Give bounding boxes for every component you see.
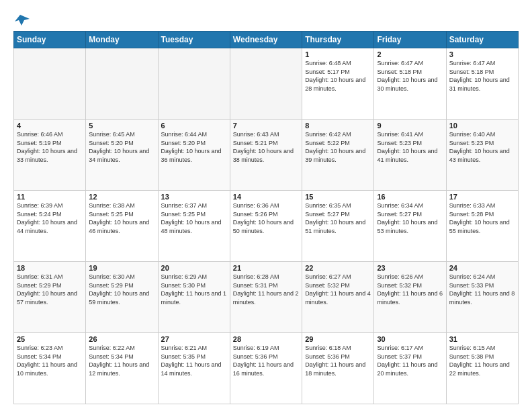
- day-number: 1: [305, 50, 371, 58]
- day-info: Sunrise: 6:30 AM Sunset: 5:29 PM Dayligh…: [89, 273, 154, 306]
- calendar-day-cell: 16Sunrise: 6:34 AM Sunset: 5:27 PM Dayli…: [374, 191, 446, 262]
- day-info: Sunrise: 6:40 AM Sunset: 5:23 PM Dayligh…: [449, 130, 515, 164]
- day-info: Sunrise: 6:22 AM Sunset: 5:34 PM Dayligh…: [89, 344, 154, 377]
- day-info: Sunrise: 6:47 AM Sunset: 5:18 PM Dayligh…: [377, 59, 443, 93]
- day-number: 19: [89, 264, 154, 272]
- calendar-day-cell: 28Sunrise: 6:19 AM Sunset: 5:36 PM Dayli…: [230, 333, 302, 404]
- calendar-day-cell: [86, 48, 158, 120]
- calendar-day-cell: 4Sunrise: 6:46 AM Sunset: 5:19 PM Daylig…: [14, 120, 86, 191]
- day-info: Sunrise: 6:34 AM Sunset: 5:27 PM Dayligh…: [377, 201, 443, 235]
- calendar-header-row: SundayMondayTuesdayWednesdayThursdayFrid…: [14, 32, 519, 48]
- day-number: 22: [305, 264, 371, 272]
- calendar-day-cell: 15Sunrise: 6:35 AM Sunset: 5:27 PM Dayli…: [302, 191, 374, 262]
- day-info: Sunrise: 6:19 AM Sunset: 5:36 PM Dayligh…: [233, 344, 299, 377]
- day-info: Sunrise: 6:33 AM Sunset: 5:28 PM Dayligh…: [449, 201, 515, 235]
- calendar-table: SundayMondayTuesdayWednesdayThursdayFrid…: [13, 31, 519, 404]
- day-number: 24: [449, 264, 515, 272]
- day-info: Sunrise: 6:28 AM Sunset: 5:31 PM Dayligh…: [233, 273, 299, 306]
- calendar-day-cell: 5Sunrise: 6:45 AM Sunset: 5:20 PM Daylig…: [86, 120, 158, 191]
- day-info: Sunrise: 6:43 AM Sunset: 5:21 PM Dayligh…: [233, 130, 299, 164]
- day-number: 5: [89, 122, 154, 130]
- page: SundayMondayTuesdayWednesdayThursdayFrid…: [0, 0, 532, 411]
- svg-marker-0: [15, 15, 30, 26]
- calendar-day-header: Friday: [374, 32, 446, 48]
- calendar-day-cell: 30Sunrise: 6:17 AM Sunset: 5:37 PM Dayli…: [374, 333, 446, 404]
- calendar-day-cell: 14Sunrise: 6:36 AM Sunset: 5:26 PM Dayli…: [230, 191, 302, 262]
- calendar-day-cell: [230, 48, 302, 120]
- calendar-week-row: 11Sunrise: 6:39 AM Sunset: 5:24 PM Dayli…: [14, 191, 519, 262]
- day-number: 20: [161, 264, 227, 272]
- day-info: Sunrise: 6:31 AM Sunset: 5:29 PM Dayligh…: [17, 273, 83, 306]
- day-number: 13: [161, 193, 227, 201]
- calendar-day-cell: 3Sunrise: 6:47 AM Sunset: 5:18 PM Daylig…: [446, 48, 518, 120]
- day-info: Sunrise: 6:45 AM Sunset: 5:20 PM Dayligh…: [89, 130, 154, 164]
- calendar-day-cell: 12Sunrise: 6:38 AM Sunset: 5:25 PM Dayli…: [86, 191, 158, 262]
- calendar-week-row: 18Sunrise: 6:31 AM Sunset: 5:29 PM Dayli…: [14, 262, 519, 333]
- calendar-day-header: Wednesday: [230, 32, 302, 48]
- day-number: 30: [377, 335, 443, 343]
- day-info: Sunrise: 6:18 AM Sunset: 5:36 PM Dayligh…: [305, 344, 371, 377]
- day-number: 2: [377, 50, 443, 58]
- calendar-day-header: Saturday: [446, 32, 518, 48]
- day-info: Sunrise: 6:17 AM Sunset: 5:37 PM Dayligh…: [377, 344, 443, 377]
- calendar-day-cell: 25Sunrise: 6:23 AM Sunset: 5:34 PM Dayli…: [14, 333, 86, 404]
- day-info: Sunrise: 6:26 AM Sunset: 5:32 PM Dayligh…: [377, 273, 443, 306]
- calendar-day-cell: 2Sunrise: 6:47 AM Sunset: 5:18 PM Daylig…: [374, 48, 446, 120]
- day-number: 14: [233, 193, 299, 201]
- day-info: Sunrise: 6:35 AM Sunset: 5:27 PM Dayligh…: [305, 201, 371, 235]
- day-info: Sunrise: 6:41 AM Sunset: 5:23 PM Dayligh…: [377, 130, 443, 164]
- calendar-day-cell: 24Sunrise: 6:24 AM Sunset: 5:33 PM Dayli…: [446, 262, 518, 333]
- day-info: Sunrise: 6:21 AM Sunset: 5:35 PM Dayligh…: [161, 344, 227, 377]
- day-number: 10: [449, 122, 515, 130]
- calendar-day-cell: 17Sunrise: 6:33 AM Sunset: 5:28 PM Dayli…: [446, 191, 518, 262]
- day-info: Sunrise: 6:29 AM Sunset: 5:30 PM Dayligh…: [161, 273, 227, 306]
- day-info: Sunrise: 6:44 AM Sunset: 5:20 PM Dayligh…: [161, 130, 227, 164]
- day-number: 7: [233, 122, 299, 130]
- calendar-day-cell: 8Sunrise: 6:42 AM Sunset: 5:22 PM Daylig…: [302, 120, 374, 191]
- calendar-day-header: Tuesday: [158, 32, 230, 48]
- calendar-day-cell: 21Sunrise: 6:28 AM Sunset: 5:31 PM Dayli…: [230, 262, 302, 333]
- calendar-day-cell: [14, 48, 86, 120]
- logo-text: [13, 13, 30, 27]
- day-number: 15: [305, 193, 371, 201]
- calendar-week-row: 25Sunrise: 6:23 AM Sunset: 5:34 PM Dayli…: [14, 333, 519, 404]
- calendar-day-cell: 23Sunrise: 6:26 AM Sunset: 5:32 PM Dayli…: [374, 262, 446, 333]
- logo-bird-icon: [15, 13, 30, 27]
- calendar-day-cell: 10Sunrise: 6:40 AM Sunset: 5:23 PM Dayli…: [446, 120, 518, 191]
- calendar-day-header: Monday: [86, 32, 158, 48]
- calendar-day-cell: 20Sunrise: 6:29 AM Sunset: 5:30 PM Dayli…: [158, 262, 230, 333]
- day-info: Sunrise: 6:39 AM Sunset: 5:24 PM Dayligh…: [17, 201, 83, 235]
- calendar-day-cell: 11Sunrise: 6:39 AM Sunset: 5:24 PM Dayli…: [14, 191, 86, 262]
- calendar-day-cell: 22Sunrise: 6:27 AM Sunset: 5:32 PM Dayli…: [302, 262, 374, 333]
- calendar-week-row: 4Sunrise: 6:46 AM Sunset: 5:19 PM Daylig…: [14, 120, 519, 191]
- calendar-day-cell: 9Sunrise: 6:41 AM Sunset: 5:23 PM Daylig…: [374, 120, 446, 191]
- day-number: 8: [305, 122, 371, 130]
- calendar-day-cell: 7Sunrise: 6:43 AM Sunset: 5:21 PM Daylig…: [230, 120, 302, 191]
- day-number: 18: [17, 264, 83, 272]
- day-info: Sunrise: 6:23 AM Sunset: 5:34 PM Dayligh…: [17, 344, 83, 377]
- day-info: Sunrise: 6:47 AM Sunset: 5:18 PM Dayligh…: [449, 59, 515, 93]
- header: [13, 11, 519, 27]
- day-number: 25: [17, 335, 83, 343]
- day-number: 4: [17, 122, 83, 130]
- day-number: 31: [449, 335, 515, 343]
- day-number: 27: [161, 335, 227, 343]
- day-info: Sunrise: 6:15 AM Sunset: 5:38 PM Dayligh…: [449, 344, 515, 377]
- logo: [13, 13, 30, 27]
- day-number: 12: [89, 193, 154, 201]
- calendar-day-cell: 26Sunrise: 6:22 AM Sunset: 5:34 PM Dayli…: [86, 333, 158, 404]
- calendar-day-cell: 19Sunrise: 6:30 AM Sunset: 5:29 PM Dayli…: [86, 262, 158, 333]
- day-number: 17: [449, 193, 515, 201]
- day-number: 21: [233, 264, 299, 272]
- calendar-day-cell: 31Sunrise: 6:15 AM Sunset: 5:38 PM Dayli…: [446, 333, 518, 404]
- day-number: 3: [449, 50, 515, 58]
- day-info: Sunrise: 6:48 AM Sunset: 5:17 PM Dayligh…: [305, 59, 371, 93]
- day-info: Sunrise: 6:24 AM Sunset: 5:33 PM Dayligh…: [449, 273, 515, 306]
- day-number: 26: [89, 335, 154, 343]
- calendar-day-cell: [158, 48, 230, 120]
- day-number: 16: [377, 193, 443, 201]
- day-info: Sunrise: 6:38 AM Sunset: 5:25 PM Dayligh…: [89, 201, 154, 235]
- calendar-day-cell: 29Sunrise: 6:18 AM Sunset: 5:36 PM Dayli…: [302, 333, 374, 404]
- day-number: 28: [233, 335, 299, 343]
- calendar-day-cell: 27Sunrise: 6:21 AM Sunset: 5:35 PM Dayli…: [158, 333, 230, 404]
